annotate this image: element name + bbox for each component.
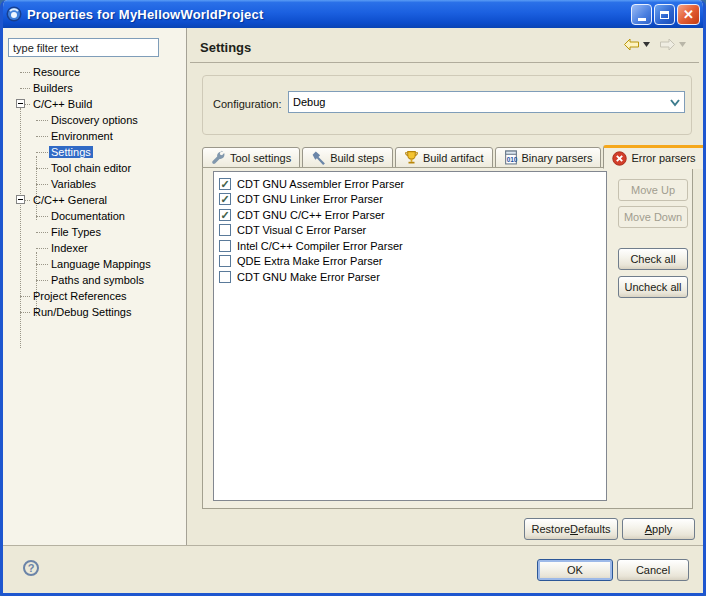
error-parsers-panel: ✓CDT GNU Assembler Error Parser ✓CDT GNU… (202, 167, 693, 509)
panel-divider (186, 28, 187, 545)
sidebar-item-settings[interactable]: Settings (3, 144, 186, 160)
sidebar-item-paths-and-symbols[interactable]: Paths and symbols (3, 272, 186, 288)
binary-icon: 010 (504, 150, 518, 165)
list-item[interactable]: ✓CDT GNU Assembler Error Parser (214, 176, 606, 192)
restore-defaults-button[interactable]: Restore Defaults (524, 518, 618, 540)
ok-button[interactable]: OK (537, 559, 613, 581)
list-item[interactable]: ✓CDT GNU Linker Error Parser (214, 192, 606, 208)
sidebar-item-variables[interactable]: Variables (3, 176, 186, 192)
help-icon[interactable]: ? (23, 560, 39, 576)
sidebar-item-cpp-general[interactable]: C/C++ General (3, 192, 186, 208)
properties-dialog: Properties for MyHellowWorldProject ✕ Re… (0, 0, 706, 596)
configuration-value: Debug (293, 96, 325, 108)
list-item[interactable]: CDT Visual C Error Parser (214, 223, 606, 239)
list-item[interactable]: QDE Extra Make Error Parser (214, 254, 606, 270)
window-title: Properties for MyHellowWorldProject (27, 7, 263, 22)
checkbox[interactable] (219, 255, 231, 267)
tab-build-artifact[interactable]: Build artifact (395, 147, 493, 168)
svg-text:010: 010 (506, 156, 517, 163)
sidebar-item-indexer[interactable]: Indexer (3, 240, 186, 256)
configuration-select[interactable]: Debug (288, 91, 685, 113)
checkbox[interactable]: ✓ (219, 193, 231, 205)
list-item[interactable]: Intel C/C++ Compiler Error Parser (214, 238, 606, 254)
maximize-button[interactable] (654, 4, 675, 25)
list-item[interactable]: CDT GNU Make Error Parser (214, 269, 606, 285)
sidebar-item-discovery-options[interactable]: Discovery options (3, 112, 186, 128)
forward-arrow-icon (659, 38, 676, 51)
list-item[interactable]: ✓CDT GNU C/C++ Error Parser (214, 207, 606, 223)
close-button[interactable]: ✕ (677, 4, 700, 25)
sidebar-item-environment[interactable]: Environment (3, 128, 186, 144)
sidebar-tree: Resource Builders C/C++ Build Discovery … (3, 64, 186, 320)
tab-binary-parsers[interactable]: 010 Binary parsers (495, 147, 602, 168)
titlebar[interactable]: Properties for MyHellowWorldProject ✕ (0, 0, 706, 28)
parser-list[interactable]: ✓CDT GNU Assembler Error Parser ✓CDT GNU… (213, 171, 607, 501)
filter-input[interactable] (8, 38, 159, 57)
configuration-label: Configuration: (213, 98, 282, 110)
uncheck-all-button[interactable]: Uncheck all (618, 276, 688, 298)
minimize-button[interactable] (631, 4, 652, 25)
move-up-button: Move Up (618, 179, 688, 201)
back-arrow-icon[interactable] (623, 38, 640, 51)
sidebar-item-language-mappings[interactable]: Language Mappings (3, 256, 186, 272)
sidebar-item-project-references[interactable]: Project References (3, 288, 186, 304)
checkbox[interactable] (219, 240, 231, 252)
sidebar-item-builders[interactable]: Builders (3, 80, 186, 96)
sidebar-item-file-types[interactable]: File Types (3, 224, 186, 240)
collapse-toggle-icon[interactable] (16, 99, 25, 108)
eclipse-app-icon (6, 6, 22, 22)
apply-button[interactable]: Apply (622, 518, 695, 540)
collapse-toggle-icon[interactable] (16, 195, 25, 204)
checkbox[interactable] (219, 271, 231, 283)
tab-tool-settings[interactable]: Tool settings (202, 147, 300, 168)
sidebar-item-run-debug-settings[interactable]: Run/Debug Settings (3, 304, 186, 320)
error-icon (612, 151, 627, 166)
tab-error-parsers[interactable]: Error parsers (603, 145, 704, 169)
sidebar-item-documentation[interactable]: Documentation (3, 208, 186, 224)
back-dropdown-icon[interactable] (643, 42, 650, 47)
forward-dropdown-icon (679, 42, 686, 47)
checkbox[interactable]: ✓ (219, 178, 231, 190)
page-title: Settings (200, 40, 251, 55)
footer-divider (3, 545, 703, 546)
tab-build-steps[interactable]: Build steps (302, 147, 393, 168)
tab-bar: Tool settings Build steps Build artifact (202, 144, 706, 168)
trophy-icon (404, 150, 419, 165)
move-down-button: Move Down (618, 206, 688, 228)
wrench-icon (211, 150, 226, 165)
dialog-content: Resource Builders C/C++ Build Discovery … (3, 28, 703, 593)
sidebar-item-tool-chain-editor[interactable]: Tool chain editor (3, 160, 186, 176)
combo-dropdown-icon[interactable] (669, 98, 681, 107)
header-divider (190, 62, 699, 63)
hammer-icon (311, 150, 326, 165)
checkbox[interactable] (219, 224, 231, 236)
check-all-button[interactable]: Check all (618, 248, 688, 270)
sidebar-item-resource[interactable]: Resource (3, 64, 186, 80)
configuration-group: Configuration: Debug (202, 75, 692, 135)
sidebar-item-cpp-build[interactable]: C/C++ Build (3, 96, 186, 112)
checkbox[interactable]: ✓ (219, 209, 231, 221)
cancel-button[interactable]: Cancel (617, 559, 689, 581)
